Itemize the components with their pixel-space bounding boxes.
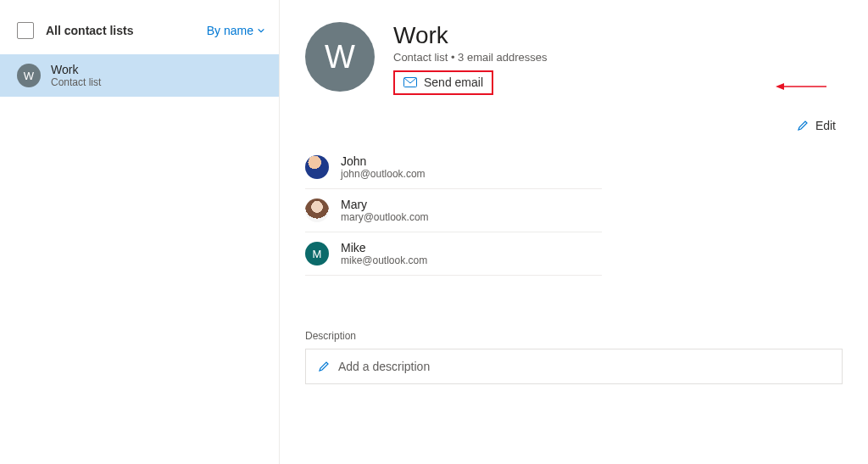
edit-label: Edit (815, 119, 836, 132)
contact-avatar: M (305, 242, 329, 266)
description-input[interactable]: Add a description (305, 349, 843, 384)
contact-email: mike@outlook.com (341, 254, 427, 266)
contact-info: Mike mike@outlook.com (341, 241, 427, 266)
contact-info: John john@outlook.com (341, 154, 426, 180)
list-header: W Work Contact list • 3 email addresses … (305, 22, 843, 95)
contact-email: john@outlook.com (341, 168, 426, 180)
contact-avatar (305, 198, 329, 222)
sidebar-item-work[interactable]: W Work Contact list (0, 54, 279, 97)
edit-button[interactable]: Edit (797, 119, 836, 132)
contact-avatar (305, 155, 329, 179)
main-panel: W Work Contact list • 3 email addresses … (280, 0, 868, 464)
contact-row[interactable]: John john@outlook.com (305, 146, 602, 189)
mail-icon (403, 77, 417, 87)
send-email-button[interactable]: Send email (403, 75, 483, 89)
description-label: Description (305, 330, 843, 342)
contacts-list: John john@outlook.com Mary mary@outlook.… (305, 146, 602, 276)
contact-name: Mike (341, 241, 427, 254)
list-avatar-large-initial: W (325, 39, 355, 75)
list-avatar-initial: W (24, 70, 34, 82)
contact-email: mary@outlook.com (341, 211, 429, 223)
sidebar-title: All contact lists (46, 24, 207, 37)
list-avatar: W (17, 64, 41, 87)
send-email-label: Send email (424, 75, 483, 89)
pencil-icon (318, 361, 330, 372)
description-section: Description Add a description (305, 330, 843, 384)
list-title: Work (393, 22, 548, 49)
contact-name: Mary (341, 198, 429, 211)
edit-row: Edit (305, 119, 843, 134)
pencil-icon (797, 120, 809, 131)
list-subtitle: Contact list • 3 email addresses (393, 51, 548, 64)
contact-avatar-initial: M (313, 248, 322, 260)
chevron-down-icon (257, 26, 265, 35)
sidebar-header: All contact lists By name (0, 17, 279, 51)
contact-name: John (341, 154, 426, 168)
list-item-name: Work (51, 63, 101, 76)
contact-row[interactable]: M Mike mike@outlook.com (305, 232, 602, 276)
select-all-checkbox[interactable] (17, 22, 34, 39)
list-item-subtitle: Contact list (51, 76, 101, 88)
description-placeholder: Add a description (338, 360, 430, 373)
contact-lists-sidebar: All contact lists By name W Work Contact… (0, 0, 280, 464)
contact-row[interactable]: Mary mary@outlook.com (305, 189, 602, 232)
send-email-highlight: Send email (393, 70, 493, 95)
sort-by-button[interactable]: By name (207, 24, 265, 37)
contact-info: Mary mary@outlook.com (341, 198, 429, 223)
sort-by-label: By name (207, 24, 253, 37)
list-header-text: Work Contact list • 3 email addresses Se… (393, 22, 548, 95)
list-item-text: Work Contact list (51, 63, 101, 88)
list-avatar-large: W (305, 22, 375, 92)
